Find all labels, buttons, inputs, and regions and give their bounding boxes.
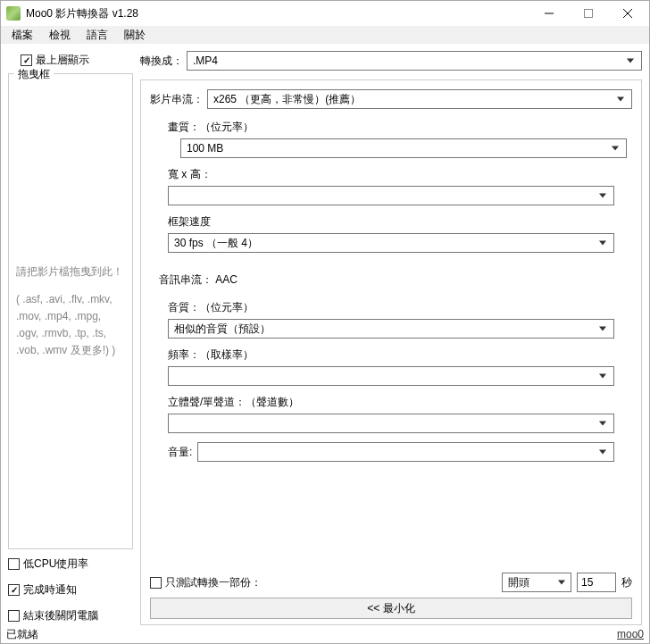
fps-value: 30 fps （一般 4）: [174, 236, 258, 251]
test-seconds-value: 15: [581, 576, 593, 589]
close-window-button[interactable]: [608, 1, 647, 26]
dropzone[interactable]: 請把影片檔拖曳到此！ ( .asf, .avi, .flv, .mkv, .mo…: [14, 79, 127, 543]
menu-about[interactable]: 關於: [117, 26, 153, 45]
right-panel: 轉換成： .MP4 影片串流： x265 （更高，非常慢）(推薦） 畫質：（位元…: [140, 51, 642, 625]
width-height-select[interactable]: [168, 186, 614, 205]
menu-language[interactable]: 語言: [79, 26, 115, 45]
menu-view[interactable]: 檢視: [42, 26, 78, 45]
fps-select[interactable]: 30 fps （一般 4）: [168, 233, 614, 253]
shutdown-label: 結束後關閉電腦: [23, 608, 98, 623]
checkbox-icon: [8, 558, 20, 570]
volume-section: 音量:: [150, 437, 632, 465]
app-icon: [6, 6, 21, 21]
settings-fieldset: 影片串流： x265 （更高，非常慢）(推薦） 畫質：（位元率） 100 MB …: [140, 79, 642, 625]
video-quality-value: 100 MB: [187, 142, 223, 155]
channel-label: 立體聲/單聲道：（聲道數）: [168, 395, 614, 410]
test-position-select[interactable]: 開頭: [502, 573, 571, 592]
checkbox-icon: [150, 577, 162, 589]
checkbox-icon: [21, 54, 32, 66]
test-convert-row: 只測試轉換一部份： 開頭 15 秒: [150, 569, 632, 596]
left-panel: 最上層顯示 拖曳框 請把影片檔拖曳到此！ ( .asf, .avi, .flv,…: [8, 51, 133, 625]
test-unit-label: 秒: [621, 575, 632, 590]
content: 最上層顯示 拖曳框 請把影片檔拖曳到此！ ( .asf, .avi, .flv,…: [1, 44, 649, 625]
window-title: Moo0 影片轉換器 v1.28: [26, 6, 529, 21]
menubar: 檔案 檢視 語言 關於: [1, 26, 649, 44]
convert-to-value: .MP4: [193, 54, 218, 67]
minimize-window-button[interactable]: [529, 1, 569, 26]
frequency-select[interactable]: [168, 366, 614, 386]
width-height-label: 寬 x 高：: [168, 167, 614, 182]
convert-to-select[interactable]: .MP4: [187, 51, 642, 71]
svg-rect-1: [585, 10, 593, 18]
frequency-label: 頻率：（取樣率）: [168, 347, 614, 363]
shutdown-checkbox[interactable]: 結束後關閉電腦: [8, 606, 133, 625]
left-options: 低CPU使用率 完成時通知 結束後關閉電腦: [8, 555, 133, 625]
test-seconds-input[interactable]: 15: [577, 573, 616, 592]
dropzone-legend: 拖曳框: [14, 67, 54, 82]
test-position-value: 開頭: [508, 575, 529, 590]
collapse-button[interactable]: << 最小化: [150, 598, 632, 619]
audio-stream-label: 音訊串流： AAC: [150, 256, 632, 295]
test-convert-label: 只測試轉換一部份：: [165, 575, 262, 590]
notify-checkbox[interactable]: 完成時通知: [8, 581, 133, 599]
audio-quality-select[interactable]: 相似的音質（預設）: [168, 319, 614, 339]
video-stream-label: 影片串流：: [150, 92, 204, 107]
audio-quality-label: 音質：（位元率）: [168, 300, 614, 315]
volume-label: 音量:: [168, 445, 192, 460]
dropzone-fieldset: 拖曳框 請把影片檔拖曳到此！ ( .asf, .avi, .flv, .mkv,…: [8, 73, 133, 549]
video-quality-label: 畫質：（位元率）: [168, 120, 614, 135]
drop-hint-1: 請把影片檔拖曳到此！: [16, 263, 125, 280]
checkbox-icon: [8, 610, 20, 622]
audio-quality-value: 相似的音質（預設）: [174, 322, 271, 337]
maximize-window-button[interactable]: [569, 1, 608, 26]
window-buttons: [529, 1, 647, 26]
low-cpu-label: 低CPU使用率: [23, 556, 88, 572]
fps-label: 框架速度: [168, 214, 614, 230]
collapse-button-label: << 最小化: [367, 601, 414, 616]
video-stream-select[interactable]: x265 （更高，非常慢）(推薦）: [207, 89, 632, 109]
drop-hint-2: ( .asf, .avi, .flv, .mkv, .mov, .mp4, .m…: [16, 291, 125, 360]
channel-section: 立體聲/單聲道：（聲道數）: [150, 389, 632, 437]
notify-label: 完成時通知: [23, 582, 77, 598]
video-stream-row: 影片串流： x265 （更高，非常慢）(推薦）: [150, 89, 632, 109]
frequency-section: 頻率：（取樣率）: [150, 342, 632, 389]
status-text: 已就緒: [6, 627, 38, 642]
video-quality-select[interactable]: 100 MB: [180, 138, 627, 158]
convert-to-label: 轉換成：: [140, 54, 183, 69]
video-quality-section: 畫質：（位元率） 100 MB: [150, 114, 632, 162]
convert-to-row: 轉換成： .MP4: [140, 51, 642, 71]
menu-file[interactable]: 檔案: [4, 26, 40, 45]
low-cpu-checkbox[interactable]: 低CPU使用率: [8, 555, 133, 573]
fps-section: 框架速度 30 fps （一般 4）: [150, 209, 632, 256]
audio-quality-section: 音質：（位元率） 相似的音質（預設）: [150, 295, 632, 342]
width-height-section: 寬 x 高：: [150, 162, 632, 209]
volume-select[interactable]: [197, 442, 614, 462]
statusbar: 已就緒 moo0: [1, 625, 649, 643]
video-stream-value: x265 （更高，非常慢）(推薦）: [213, 92, 361, 107]
status-link[interactable]: moo0: [617, 628, 644, 640]
test-convert-checkbox[interactable]: 只測試轉換一部份：: [150, 573, 262, 592]
channel-select[interactable]: [168, 414, 614, 433]
topmost-label: 最上層顯示: [36, 53, 89, 68]
checkbox-icon: [8, 584, 20, 596]
titlebar: Moo0 影片轉換器 v1.28: [1, 1, 649, 26]
